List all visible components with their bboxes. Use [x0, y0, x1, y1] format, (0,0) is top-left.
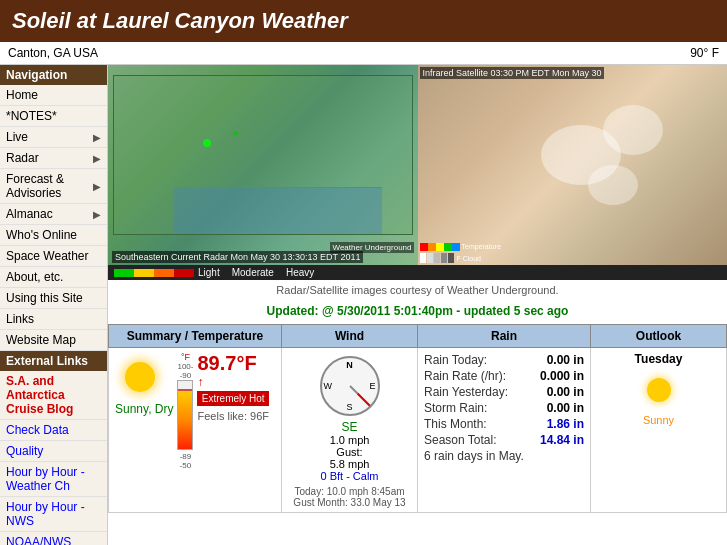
nav-item-live[interactable]: Live ▶: [0, 127, 107, 148]
wind-direction: SE: [288, 420, 411, 434]
rain-days-label: 6 rain days in May.: [424, 449, 524, 463]
ext-link-hour-nws[interactable]: Hour by Hour - NWS: [0, 497, 107, 532]
nav-item-using-site[interactable]: Using this Site: [0, 288, 107, 309]
nav-item-radar[interactable]: Radar ▶: [0, 148, 107, 169]
ext-links-header: External Links: [0, 351, 107, 371]
nav-arrow-almanac: ▶: [93, 209, 101, 220]
heat-badge: Extremely Hot: [197, 391, 269, 406]
outlook-cell: Tuesday Sunny: [591, 348, 727, 513]
ext-link-noaa[interactable]: NOAA/NWS: [0, 532, 107, 545]
nav-arrow-forecast: ▶: [93, 181, 101, 192]
rain-month-label: This Month:: [424, 417, 487, 431]
legend-moderate: Moderate: [232, 267, 274, 278]
nav-item-home[interactable]: Home: [0, 85, 107, 106]
rain-row-today: Rain Today: 0.00 in: [424, 352, 584, 368]
rain-row-rate: Rain Rate (/hr): 0.000 in: [424, 368, 584, 384]
rain-row-storm: Storm Rain: 0.00 in: [424, 400, 584, 416]
wind-gust-month: Gust Month: 33.0 May 13: [288, 497, 411, 508]
wind-calm: 0 Bft - Calm: [288, 470, 411, 482]
rain-cell: Rain Today: 0.00 in Rain Rate (/hr): 0.0…: [417, 348, 590, 513]
nav-item-about[interactable]: About, etc.: [0, 267, 107, 288]
nav-item-forecast[interactable]: Forecast & Advisories ▶: [0, 169, 107, 204]
rain-month-value: 1.86 in: [547, 417, 584, 431]
rain-yesterday-value: 0.00 in: [547, 385, 584, 399]
nav-item-almanac[interactable]: Almanac ▶: [0, 204, 107, 225]
nav-item-website-map[interactable]: Website Map: [0, 330, 107, 351]
rain-today-value: 0.00 in: [547, 353, 584, 367]
location-text: Canton, GA USA: [8, 46, 98, 60]
wind-compass: N S E W: [320, 356, 380, 416]
radar-legend: Light Moderate Heavy: [114, 267, 314, 278]
legend-light: Light: [198, 267, 220, 278]
ext-link-quality[interactable]: Quality: [0, 441, 107, 462]
nav-header: Navigation: [0, 65, 107, 85]
outlook-day: Tuesday: [597, 352, 720, 366]
wind-today: Today: 10.0 mph 8:45am: [288, 486, 411, 497]
th-wind: Wind: [282, 325, 418, 348]
temperature-value: 89.7°F: [197, 352, 269, 375]
feels-like: Feels like: 96F: [197, 410, 269, 422]
th-summary: Summary / Temperature: [109, 325, 282, 348]
radar-credit: Radar/Satellite images courtesy of Weath…: [108, 280, 727, 300]
rain-season-value: 14.84 in: [540, 433, 584, 447]
wind-cell: N S E W SE 1.0 mph Gust:: [282, 348, 418, 513]
wind-gust-speed: 5.8 mph: [288, 458, 411, 470]
outlook-condition: Sunny: [597, 414, 720, 426]
rain-row-days: 6 rain days in May.: [424, 448, 584, 464]
weather-icon: [115, 352, 165, 402]
radar-right-label: Infrared Satellite 03:30 PM EDT Mon May …: [420, 67, 605, 79]
site-title: Soleil at Laurel Canyon Weather: [12, 8, 715, 34]
rain-rate-label: Rain Rate (/hr):: [424, 369, 506, 383]
weather-underground-logo-left: Weather Underground: [330, 242, 413, 253]
nav-arrow-radar: ▶: [93, 153, 101, 164]
rain-today-label: Rain Today:: [424, 353, 487, 367]
rain-storm-value: 0.00 in: [547, 401, 584, 415]
rain-rate-value: 0.000 in: [540, 369, 584, 383]
outlook-icon: [639, 370, 679, 410]
condition-text: Sunny, Dry: [115, 402, 173, 416]
temperature-display: 90° F: [690, 46, 719, 60]
wind-gust-label: Gust:: [288, 446, 411, 458]
rain-row-yesterday: Rain Yesterday: 0.00 in: [424, 384, 584, 400]
nav-item-links[interactable]: Links: [0, 309, 107, 330]
legend-heavy: Heavy: [286, 267, 314, 278]
rain-storm-label: Storm Rain:: [424, 401, 487, 415]
update-bar: Updated: @ 5/30/2011 5:01:40pm - updated…: [108, 300, 727, 322]
nav-arrow-live: ▶: [93, 132, 101, 143]
nav-item-whos-online[interactable]: Who's Online: [0, 225, 107, 246]
rain-yesterday-label: Rain Yesterday:: [424, 385, 508, 399]
nav-item-space-weather[interactable]: Space Weather: [0, 246, 107, 267]
ext-link-check-data[interactable]: Check Data: [0, 420, 107, 441]
wind-speed: 1.0 mph: [288, 434, 411, 446]
summary-cell: Sunny, Dry °F 100- -90: [109, 348, 282, 513]
rain-row-month: This Month: 1.86 in: [424, 416, 584, 432]
ext-link-hour-weather[interactable]: Hour by Hour - Weather Ch: [0, 462, 107, 497]
th-rain: Rain: [417, 325, 590, 348]
th-outlook: Outlook: [591, 325, 727, 348]
ext-link-cruise-blog[interactable]: S.A. and Antarctica Cruise Blog: [0, 371, 107, 420]
rain-row-season: Season Total: 14.84 in: [424, 432, 584, 448]
radar-left-label: Southeastern Current Radar Mon May 30 13…: [112, 251, 363, 263]
nav-item-notes[interactable]: *NOTES*: [0, 106, 107, 127]
rain-season-label: Season Total:: [424, 433, 497, 447]
